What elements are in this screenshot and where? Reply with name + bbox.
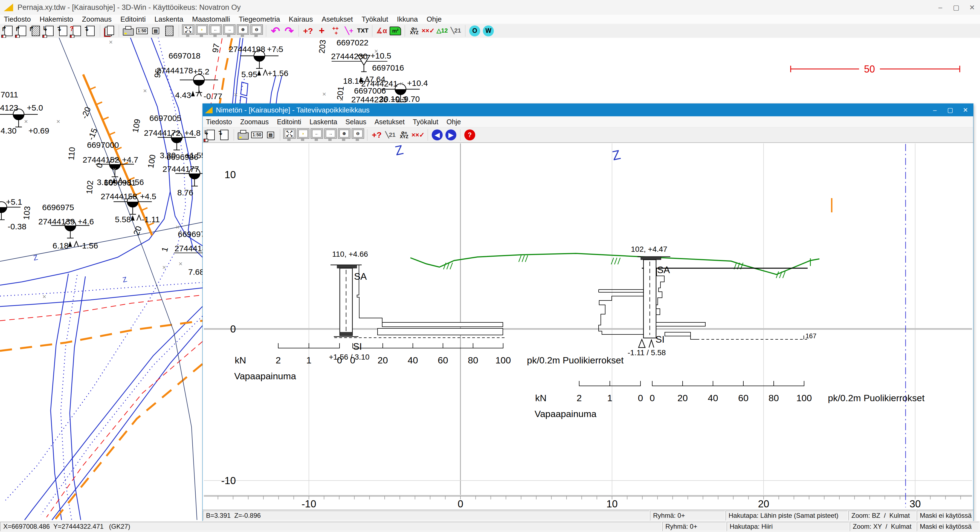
section-label: 40	[408, 355, 418, 365]
section-canvas[interactable]: -100102030100-10110, +4.66SASI+1.56 / 3.…	[203, 143, 973, 510]
menu-item-editointi[interactable]: Editointi	[120, 15, 146, 24]
add-point-icon[interactable]: +	[315, 24, 329, 38]
page-setup-icon[interactable]: ▤	[264, 128, 277, 142]
write-file-as-icon[interactable]: ↴	[218, 128, 231, 142]
coordinate-measure-icon[interactable]: ⊘+ XYZ	[397, 128, 411, 142]
map-label: +4.5	[140, 192, 156, 201]
text-tool-icon[interactable]: TXT	[356, 24, 370, 38]
close-button[interactable]: ✕	[964, 0, 980, 15]
menu-item-zoomaus[interactable]: Zoomaus	[82, 15, 111, 24]
write-file-icon[interactable]: ↳	[43, 24, 56, 38]
angle-measure-icon[interactable]: ∡α	[375, 24, 388, 38]
check-points-icon[interactable]: ××✓	[411, 128, 425, 142]
write-file-icon[interactable]: ↳	[204, 128, 218, 142]
menu-item-tiedosto[interactable]: Tiedosto	[206, 118, 232, 126]
write-file-as-icon[interactable]: ↴	[56, 24, 70, 38]
previous-view-icon[interactable]: ←	[209, 24, 223, 38]
undo-icon[interactable]: ↶	[269, 24, 282, 38]
menu-item-kairaus[interactable]: Kairaus	[289, 15, 313, 24]
section-line[interactable]	[83, 75, 152, 235]
menu-item-ohje[interactable]: Ohje	[426, 15, 442, 24]
section-label: 60	[438, 355, 448, 365]
coordinate-measure-icon-glyph: ⊘+ XYZ	[410, 27, 418, 35]
menu-item-hakemisto[interactable]: Hakemisto	[40, 15, 73, 24]
redraw-icon[interactable]: ◗	[195, 24, 209, 38]
menu-item-ty-kalut[interactable]: Työkalut	[413, 118, 438, 126]
maximize-button[interactable]: ▢	[948, 0, 964, 15]
zoom-out-icon[interactable]: ⊖	[351, 128, 365, 142]
section-statusbar: B=3.391 Z=-0.896 Ryhmä: 0+ Hakutapa: Läh…	[203, 510, 973, 521]
menu-item-laskenta[interactable]: Laskenta	[309, 118, 337, 126]
write-unknown-icon[interactable]: ?	[70, 24, 84, 38]
menu-item-ohje[interactable]: Ohje	[447, 118, 461, 126]
redraw-icon[interactable]: ◗	[296, 128, 310, 142]
next-view-icon[interactable]: →	[324, 128, 337, 142]
menu-item-selaus[interactable]: Selaus	[345, 118, 366, 126]
line-21-icon[interactable]: ╲21	[449, 24, 463, 38]
menu-item-ikkuna[interactable]: Ikkuna	[397, 15, 418, 24]
line-21-icon-glyph: ╲21	[450, 28, 461, 33]
undo-icon-glyph: ↶	[271, 26, 280, 35]
section-label: 10	[224, 169, 236, 180]
area-measure-icon[interactable]: m²	[388, 24, 402, 38]
check-points-icon-glyph: ××✓	[412, 132, 425, 138]
previous-view-icon[interactable]: ←	[310, 128, 324, 142]
read-file-dialog-icon[interactable]: ↱	[15, 24, 29, 38]
section-titlebar: Nimetön - [Kairausohje] - Taiteviivapoik…	[203, 104, 973, 116]
coordinate-measure-icon[interactable]: ⊘+ XYZ	[407, 24, 421, 38]
menu-item-editointi[interactable]: Editointi	[277, 118, 301, 126]
menu-item-laskenta[interactable]: Laskenta	[154, 15, 183, 24]
zoom-in-icon[interactable]: ⊕	[236, 24, 250, 38]
minimize-button[interactable]: –	[927, 104, 942, 116]
toolbar-separator	[367, 129, 368, 141]
maximize-button[interactable]: ▢	[942, 104, 958, 116]
close-button[interactable]: ✕	[958, 104, 973, 116]
orbit-view-icon[interactable]: O	[468, 24, 482, 38]
page-setup-icon[interactable]: ▤	[149, 24, 162, 38]
scale-1-50-icon[interactable]: 1:50	[250, 128, 264, 142]
redo-icon[interactable]: ↷	[282, 24, 296, 38]
map-xmark: ×	[322, 90, 326, 98]
section-labels: -100102030100-10110, +4.66SASI+1.56 / 3.…	[221, 143, 925, 510]
menu-item-asetukset[interactable]: Asetukset	[322, 15, 353, 24]
print-icon[interactable]	[121, 24, 135, 38]
zoom-in-icon[interactable]: ⊕	[337, 128, 351, 142]
minimize-button[interactable]: –	[932, 0, 948, 15]
menu-item-ty-kalut[interactable]: Työkalut	[362, 15, 388, 24]
read-file-icon[interactable]: ↱	[2, 24, 15, 38]
write-copy-icon[interactable]: ↴	[84, 24, 97, 38]
zoom-fit-icon[interactable]: ↖↗ ↙↘	[283, 128, 296, 142]
menu-item-maastomalli[interactable]: Maastomalli	[192, 15, 230, 24]
menu-item-tiedosto[interactable]: Tiedosto	[4, 15, 31, 24]
web-icon[interactable]: W	[482, 24, 495, 38]
zoom-out-icon[interactable]: ⊖	[250, 24, 264, 38]
read-multiple-files-icon[interactable]: ↱	[29, 24, 43, 38]
menu-item-asetukset[interactable]: Asetukset	[375, 118, 405, 126]
map-label: 1	[160, 246, 170, 253]
zoom-out-icon-glyph: ⊖	[352, 128, 364, 139]
next-view-icon[interactable]: →	[223, 24, 236, 38]
scale-1-50-icon[interactable]: 1:50	[135, 24, 149, 38]
line-21-icon[interactable]: ╲21	[383, 128, 397, 142]
section-label: Vapaapainuma	[535, 409, 597, 419]
triangle-model-icon[interactable]: △12	[435, 24, 449, 38]
toolbar-separator	[119, 25, 119, 37]
map-label: -1.11	[142, 215, 160, 224]
point-info-icon[interactable]: +?	[370, 128, 383, 142]
add-points-icon[interactable]: ++ +	[329, 24, 342, 38]
draw-polyline-icon[interactable]: ╲+	[342, 24, 356, 38]
print-icon[interactable]	[236, 128, 250, 142]
hatch-settings-icon[interactable]	[162, 24, 176, 38]
section-previous-icon[interactable]: ◀	[430, 128, 444, 142]
zoom-fit-icon[interactable]: ↖↗ ↙↘	[181, 24, 195, 38]
elevation-marker-symbol	[257, 70, 267, 75]
map-label: 97	[210, 43, 221, 53]
menu-item-zoomaus[interactable]: Zoomaus	[240, 118, 269, 126]
point-info-icon[interactable]: +?	[301, 24, 315, 38]
help-icon[interactable]: ?	[463, 128, 477, 142]
map-label: Z	[122, 275, 128, 284]
check-points-icon[interactable]: ××✓	[421, 24, 435, 38]
file-manager-icon[interactable]	[103, 24, 116, 38]
section-next-icon[interactable]: ▶	[444, 128, 458, 142]
menu-item-tiegeometria[interactable]: Tiegeometria	[239, 15, 280, 24]
